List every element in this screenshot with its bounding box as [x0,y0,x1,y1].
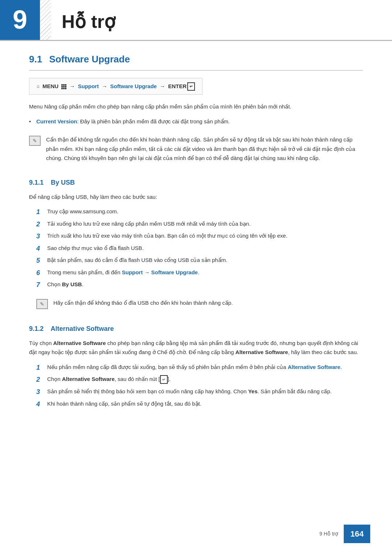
enter-label: ENTER↵ [168,83,195,89]
arrow-3: → [160,83,165,89]
arrow-2: → [102,83,107,89]
section-91-title: 9.1 Software Upgrade [29,52,363,71]
menu-label: MENU [42,83,58,89]
footer-page-number: 164 [344,525,370,543]
chapter-title-area: Hỗ trợ [51,0,115,40]
step-912-3: Sản phẩm sẽ hiển thị thông báo hỏi xem b… [36,387,363,396]
step-911-2: Tải xuống kho lưu trữ exe nâng cấp phần … [36,219,363,229]
note-icon [29,136,41,146]
chapter-title: Hỗ trợ [62,7,115,36]
current-version-list: Current Version: Đây là phiên bản phần m… [29,117,363,126]
chapter-number: 9 [0,0,40,40]
step-911-3: Trích xuất kho lưu trữ exe vào máy tính … [36,231,363,241]
section-911-number: 9.1.1 [29,179,44,186]
step-912-4: Khi hoàn thành nâng cấp, sản phẩm sẽ tự … [36,399,363,409]
step-912-2: Chọn Alternative Software, sau đó nhấn n… [36,374,363,384]
step-911-1: Truy cập www.samsung.com. [36,207,363,216]
step-911-7: Chọn By USB. [36,280,363,289]
section-911-intro: Để nâng cấp bằng USB, hãy làm theo các b… [29,192,363,202]
section-912-description: Tùy chọn Alternative Software cho phép b… [29,338,363,357]
footer-chapter-label: 9 Hỗ trợ [319,530,338,538]
page-footer: 9 Hỗ trợ 164 [319,525,370,543]
chapter-header: 9 Hỗ trợ [0,0,392,41]
alt-sw-ref-2: Alternative Software [236,349,288,355]
current-version-label: Current Version [36,118,77,124]
step-911-4: Sao chép thư mục vào ổ đĩa flash USB. [36,243,363,253]
step6-support: Support [122,269,143,275]
step-912-1: Nếu phần mềm nâng cấp đã được tải xuống,… [36,362,363,372]
step6-upgrade: Software Upgrade [151,269,198,275]
step-911-6: Trong menu sản phẩm, đi đến Support → So… [36,268,363,277]
current-version-item: Current Version: Đây là phiên bản phần m… [29,117,363,126]
section-91-number: 9.1 [29,54,42,65]
section-91-description: Menu Nâng cấp phần mềm cho phép bạn nâng… [29,102,363,111]
section-912-number: 9.1.2 [29,325,44,332]
step-911-5: Bật sản phẩm, sau đó cắm ổ đĩa flash USB… [36,255,363,265]
section-912-heading: Alternative Software [50,325,114,332]
section-91-note: Cẩn thận để không tắt nguồn cho đến khi … [29,131,363,167]
section-91-note-text: Cẩn thận để không tắt nguồn cho đến khi … [46,135,363,163]
section-911-heading: By USB [51,179,75,186]
section-912-title: 9.1.2 Alternative Software [29,324,363,334]
menu-home-icon: ⌂ [37,83,40,90]
enter-button-icon: ↵ [160,375,168,384]
section-911-note-text: Hãy cẩn thận để không tháo ổ đĩa USB cho… [53,298,233,308]
chapter-number-area: 9 [0,0,51,40]
alt-sw-step1: Alternative Software [288,364,340,370]
menu-path-box: ⌂ MENU → Support → Software Upgrade → EN… [29,78,203,95]
main-content: 9.1 Software Upgrade ⌂ MENU → Support → … [0,45,392,441]
yes-label: Yes [248,388,258,394]
arrow-1: → [70,83,75,89]
section-911-note: Hãy cẩn thận để không tháo ổ đĩa USB cho… [36,295,363,313]
menu-grid-icon [61,84,66,89]
section-912-steps: Nếu phần mềm nâng cấp đã được tải xuống,… [36,362,363,409]
alt-sw-ref-1: Alternative Software [53,340,106,346]
software-upgrade-link: Software Upgrade [110,83,157,89]
step7-by-usb: By USB [62,281,82,287]
section-911-title: 9.1.1 By USB [29,177,363,188]
alt-sw-step2: Alternative Software [62,376,115,382]
support-link: Support [78,83,99,89]
section-911-steps: Truy cập www.samsung.com. Tải xuống kho … [36,207,363,289]
note-icon-911 [36,299,48,309]
section-91-heading: Software Upgrade [49,54,130,65]
current-version-text: : Đây là phiên bản phần mềm đã được cài … [77,118,230,124]
